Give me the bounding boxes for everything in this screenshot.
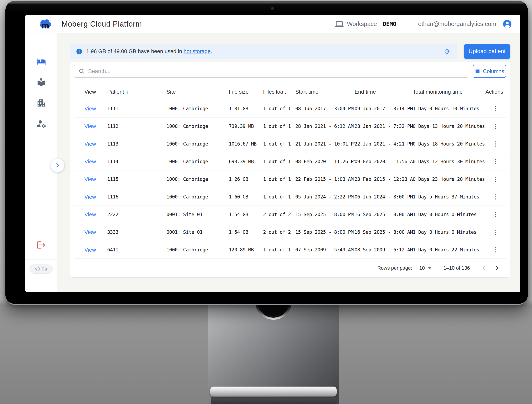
app-window: m Moberg Cloud Platform Workspace DEMO e…	[25, 15, 520, 292]
view-link[interactable]: View	[84, 176, 96, 182]
header-right: Workspace DEMO ethan@moberganalytics.com	[335, 18, 512, 30]
monitor-stand	[208, 302, 339, 404]
patients-card: Columns View Patient↑ Site File size Fil…	[70, 62, 510, 278]
refresh-icon[interactable]	[443, 48, 451, 55]
row-actions-kebab-icon[interactable]	[494, 105, 498, 113]
app-body: v0.0a 1.96 GB of 49.00 GB have been used…	[25, 33, 520, 292]
caret-down-icon	[428, 267, 431, 269]
column-header-start-time[interactable]: Start time	[295, 89, 355, 95]
files-loaded-cell: 1 out of 1	[263, 141, 295, 146]
sidebar-item-sites[interactable]	[36, 98, 46, 108]
logout-button[interactable]	[36, 240, 46, 250]
file-size-cell: 1016.67 MB	[229, 141, 263, 146]
end-time-cell: 09 Feb 2020 - 11:56 AM	[355, 159, 413, 164]
site-cell: 1000: Cambridge	[166, 194, 229, 200]
file-size-cell: 1.54 GB	[229, 212, 263, 217]
sort-ascending-icon[interactable]: ↑	[126, 89, 129, 95]
sidebar-expand-button[interactable]	[51, 158, 65, 172]
view-link[interactable]: View	[84, 123, 96, 129]
alert-message-suffix: .	[211, 48, 212, 54]
account-avatar-icon[interactable]	[502, 19, 512, 29]
total-monitoring-time-cell: 1 Day 0 Hours 0 Minutes	[413, 229, 486, 235]
rows-per-page-select[interactable]: 10	[419, 265, 432, 271]
search-box[interactable]	[74, 65, 468, 78]
start-time-cell: 05 Jun 2024 - 2:22 PM	[295, 194, 355, 200]
view-link[interactable]: View	[84, 141, 96, 147]
site-cell: 0001: Site 01	[166, 229, 229, 235]
start-time-cell: 21 Jan 2021 - 10:01 PM	[295, 141, 355, 146]
next-page-button[interactable]	[492, 264, 501, 273]
row-actions-kebab-icon[interactable]	[494, 193, 498, 201]
pagination-range: 1–10 of 136	[443, 265, 470, 271]
column-header-patient[interactable]: Patient↑	[107, 89, 166, 95]
view-link[interactable]: View	[84, 106, 96, 112]
end-time-cell: 23 Feb 2015 - 12:23 AM	[355, 177, 413, 182]
file-size-cell: 1.26 GB	[229, 177, 263, 182]
search-input[interactable]	[88, 68, 464, 75]
column-header-end-time[interactable]: End time	[355, 89, 413, 95]
site-cell: 1000: Cambridge	[166, 124, 229, 129]
sidebar-item-patients[interactable]	[36, 57, 46, 66]
view-link[interactable]: View	[84, 229, 96, 235]
file-size-cell: 739.39 MB	[229, 124, 263, 129]
alert-row: 1.96 GB of 49.00 GB have been used in ho…	[70, 44, 510, 59]
table-row: View 1113 1000: Cambridge 1016.67 MB 1 o…	[74, 135, 506, 153]
row-actions-kebab-icon[interactable]	[494, 158, 498, 165]
view-link[interactable]: View	[84, 211, 96, 218]
table-row: View 1116 1000: Cambridge 1.60 GB 1 out …	[74, 188, 506, 206]
table-row: View 6411 1000: Cambridge 120.89 MB 1 ou…	[74, 241, 506, 259]
end-time-cell: 16 Sep 2025 - 8:00 AM	[355, 229, 413, 235]
start-time-cell: 08 Feb 2020 - 11:26 PM	[295, 159, 355, 164]
files-loaded-cell: 1 out of 1	[263, 177, 295, 182]
total-monitoring-time-cell: 1 Day 5 Hours 37 Minutes	[413, 194, 486, 200]
column-header-files-loaded[interactable]: Files loa...	[263, 89, 295, 95]
header-divider	[407, 18, 407, 30]
row-actions-kebab-icon[interactable]	[494, 211, 498, 218]
files-loaded-cell: 2 out of 2	[263, 212, 295, 217]
files-loaded-cell: 1 out of 1	[263, 159, 295, 164]
previous-page-button[interactable]	[480, 264, 489, 273]
moberg-cloud-logo-icon: m	[39, 18, 52, 30]
table-row: View 1114 1000: Cambridge 693.39 MB 1 ou…	[74, 153, 506, 170]
patient-cell: 2222	[107, 212, 166, 217]
total-monitoring-time-cell: 0 Days 18 Hours 20 Minutes	[413, 141, 486, 146]
patient-cell: 1114	[107, 159, 166, 164]
upload-patient-button[interactable]: Upload patient	[464, 44, 510, 59]
end-time-cell: 16 Sep 2025 - 8:00 AM	[355, 212, 413, 217]
row-actions-kebab-icon[interactable]	[494, 228, 498, 236]
search-icon	[78, 68, 85, 74]
view-link[interactable]: View	[84, 247, 96, 253]
view-link[interactable]: View	[84, 194, 96, 200]
table-row: View 2222 0001: Site 01 1.54 GB 2 out of…	[74, 206, 506, 223]
sidebar-item-manage-users[interactable]	[36, 119, 46, 128]
column-header-view[interactable]: View	[84, 89, 107, 95]
file-size-cell: 1.54 GB	[229, 229, 263, 235]
total-monitoring-time-cell: 0 Days 12 Hours 30 Minutes	[413, 159, 486, 164]
column-header-total-monitoring-time[interactable]: Total monitoring time	[413, 89, 486, 95]
hot-storage-link[interactable]: hot storage	[183, 48, 211, 54]
row-actions-kebab-icon[interactable]	[494, 246, 498, 254]
table-row: View 3333 0001: Site 01 1.54 GB 2 out of…	[74, 223, 506, 241]
patient-cell: 3333	[107, 229, 166, 235]
columns-button[interactable]: Columns	[473, 65, 506, 78]
files-loaded-cell: 1 out of 1	[263, 124, 295, 129]
total-monitoring-time-cell: 0 Days 23 Hours 20 Minutes	[413, 177, 486, 182]
sidebar-item-library[interactable]	[36, 77, 46, 87]
stand-base	[210, 386, 337, 397]
view-link[interactable]: View	[84, 158, 96, 165]
end-time-cell: 08 Sep 2009 - 6:12 AM	[355, 247, 413, 252]
files-loaded-cell: 1 out of 1	[263, 106, 295, 111]
table-row: View 1111 1000: Cambridge 1.31 GB 1 out …	[74, 100, 506, 118]
column-header-actions: Actions	[486, 89, 506, 95]
monitor-frame: m Moberg Cloud Platform Workspace DEMO e…	[5, 1, 528, 305]
table-row: View 1115 1000: Cambridge 1.26 GB 1 out …	[74, 170, 506, 188]
row-actions-kebab-icon[interactable]	[494, 175, 498, 183]
workspace-value[interactable]: DEMO	[383, 21, 396, 27]
column-header-site[interactable]: Site	[166, 89, 229, 95]
column-header-file-size[interactable]: File size	[229, 89, 263, 95]
rows-per-page-label: Rows per page:	[377, 265, 412, 271]
file-size-cell: 1.60 GB	[229, 194, 263, 200]
row-actions-kebab-icon[interactable]	[494, 122, 498, 130]
row-actions-kebab-icon[interactable]	[494, 140, 498, 148]
table-pagination: Rows per page: 10 1–10 of 136	[74, 259, 506, 277]
